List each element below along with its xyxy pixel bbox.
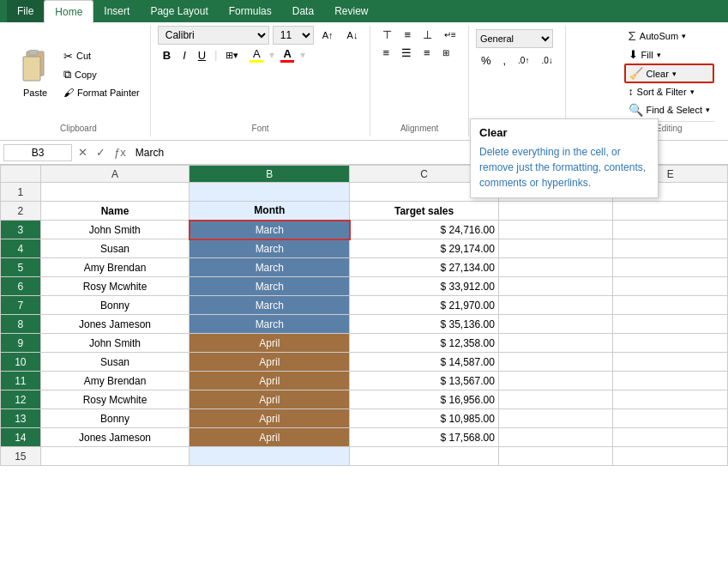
row-header-7[interactable]: 7 — [1, 296, 41, 315]
cell[interactable]: Target sales — [350, 202, 499, 221]
cell[interactable]: $ 12,358.00 — [350, 334, 499, 353]
cell[interactable] — [613, 258, 728, 277]
cell[interactable] — [613, 296, 728, 315]
sort-filter-button[interactable]: ↕ Sort & Filter ▾ — [624, 83, 714, 100]
decrease-font-button[interactable]: A↓ — [342, 27, 364, 43]
row-header-9[interactable]: 9 — [1, 334, 41, 353]
cell[interactable]: $ 16,956.00 — [350, 390, 499, 409]
cell[interactable]: $ 35,136.00 — [350, 315, 499, 334]
cell[interactable] — [498, 409, 613, 428]
cell[interactable]: March — [190, 258, 350, 277]
cell[interactable]: Amy Brendan — [40, 258, 190, 277]
decrease-decimal-button[interactable]: .0↓ — [536, 51, 557, 70]
clear-button[interactable]: 🧹 Clear ▾ — [624, 64, 714, 83]
row-header-8[interactable]: 8 — [1, 315, 41, 334]
cell[interactable]: $ 21,970.00 — [350, 296, 499, 315]
cell[interactable]: April — [190, 353, 350, 372]
merge-button[interactable]: ⊞ — [437, 44, 454, 62]
font-size-select[interactable]: 11 — [273, 26, 314, 45]
align-center-button[interactable]: ☰ — [396, 44, 417, 62]
cell[interactable] — [498, 372, 613, 390]
cell[interactable] — [498, 277, 613, 296]
cell[interactable]: Jones Jameson — [40, 315, 190, 334]
cancel-formula-icon[interactable]: ✕ — [75, 146, 90, 159]
cell[interactable]: March — [190, 221, 350, 239]
cell[interactable]: April — [190, 334, 350, 353]
cell[interactable]: March — [190, 239, 350, 258]
cell[interactable]: April — [190, 428, 350, 447]
cell[interactable]: John Smith — [40, 334, 190, 353]
cell[interactable] — [613, 428, 728, 447]
border-button[interactable]: ⊞▾ — [220, 47, 244, 64]
format-painter-button[interactable]: 🖌 Format Painter — [60, 85, 143, 100]
row-header-13[interactable]: 13 — [1, 409, 41, 428]
cell[interactable]: March — [190, 315, 350, 334]
cell[interactable]: Rosy Mcwhite — [40, 390, 190, 409]
cell[interactable]: $ 17,568.00 — [350, 428, 499, 447]
comma-button[interactable]: , — [497, 51, 511, 70]
cell[interactable] — [613, 277, 728, 296]
fill-button[interactable]: ⬇ Fill ▾ — [624, 45, 714, 64]
align-top-button[interactable]: ⊤ — [377, 26, 397, 44]
cell[interactable] — [498, 428, 613, 447]
row-header-3[interactable]: 3 — [1, 221, 41, 239]
col-header-A[interactable]: A — [40, 166, 190, 183]
cell[interactable]: Bonny — [40, 296, 190, 315]
cell[interactable]: Month — [190, 202, 350, 221]
cell[interactable]: Name — [40, 202, 190, 221]
font-name-select[interactable]: Calibri — [158, 26, 269, 45]
find-select-button[interactable]: 🔍 Find & Select ▾ — [624, 100, 714, 119]
name-box[interactable] — [3, 144, 72, 161]
cell[interactable]: March — [190, 296, 350, 315]
row-header-15[interactable]: 15 — [1, 447, 41, 466]
cell[interactable] — [498, 315, 613, 334]
row-header-6[interactable]: 6 — [1, 277, 41, 296]
align-middle-button[interactable]: ≡ — [399, 26, 416, 44]
cell[interactable] — [613, 353, 728, 372]
autosum-button[interactable]: Σ AutoSum ▾ — [624, 26, 714, 45]
cell[interactable] — [190, 447, 350, 466]
italic-button[interactable]: I — [177, 46, 191, 64]
row-header-11[interactable]: 11 — [1, 372, 41, 390]
tab-data[interactable]: Data — [282, 0, 324, 22]
cell[interactable] — [498, 258, 613, 277]
cell[interactable] — [498, 447, 613, 466]
cell[interactable] — [613, 372, 728, 390]
align-left-button[interactable]: ≡ — [377, 44, 394, 62]
row-header-10[interactable]: 10 — [1, 353, 41, 372]
cell[interactable] — [350, 447, 499, 466]
tab-page-layout[interactable]: Page Layout — [140, 0, 218, 22]
cell[interactable] — [613, 315, 728, 334]
cell[interactable]: Rosy Mcwhite — [40, 277, 190, 296]
cell[interactable] — [190, 183, 350, 202]
cut-button[interactable]: ✂ Cut — [60, 48, 143, 64]
row-header-1[interactable]: 1 — [1, 183, 41, 202]
cell[interactable] — [498, 334, 613, 353]
cell[interactable] — [498, 202, 613, 221]
cell[interactable] — [613, 334, 728, 353]
cell[interactable]: $ 14,587.00 — [350, 353, 499, 372]
fill-color-button[interactable]: A — [245, 45, 268, 65]
wrap-text-button[interactable]: ↵≡ — [439, 26, 461, 44]
bold-button[interactable]: B — [158, 46, 176, 64]
cell[interactable]: $ 10,985.00 — [350, 409, 499, 428]
cell[interactable] — [498, 239, 613, 258]
cell[interactable] — [613, 221, 728, 239]
cell[interactable] — [613, 202, 728, 221]
cell[interactable] — [613, 239, 728, 258]
confirm-formula-icon[interactable]: ✓ — [93, 146, 108, 159]
number-format-select[interactable]: General — [476, 29, 553, 48]
cell[interactable] — [40, 183, 190, 202]
col-header-B[interactable]: B — [190, 166, 350, 183]
cell[interactable]: John Smith — [40, 221, 190, 239]
align-bottom-button[interactable]: ⊥ — [418, 26, 437, 44]
align-right-button[interactable]: ≡ — [418, 44, 436, 62]
row-header-5[interactable]: 5 — [1, 258, 41, 277]
cell[interactable]: April — [190, 409, 350, 428]
tab-formulas[interactable]: Formulas — [219, 0, 282, 22]
cell[interactable]: March — [190, 277, 350, 296]
cell[interactable] — [613, 409, 728, 428]
cell[interactable]: April — [190, 372, 350, 390]
tab-review[interactable]: Review — [324, 0, 378, 22]
cell[interactable] — [613, 390, 728, 409]
